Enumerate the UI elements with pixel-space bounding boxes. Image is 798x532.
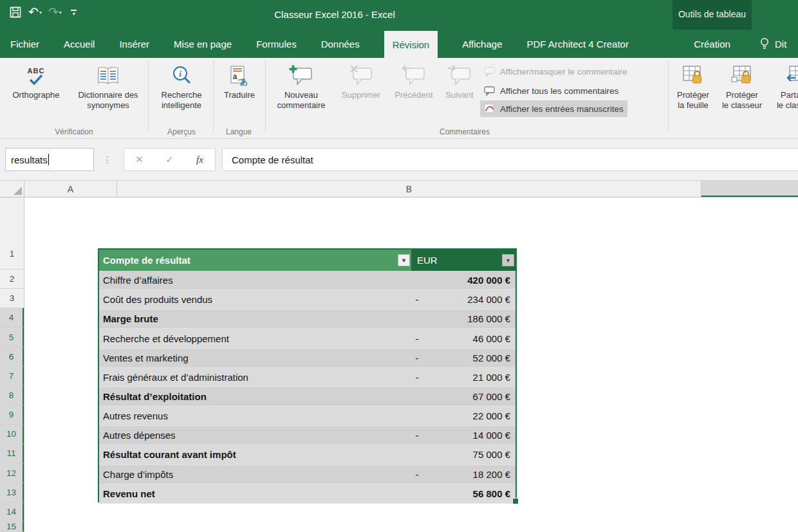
table-cell-amount[interactable]: 420 000 €	[427, 275, 515, 286]
share-workbook-icon	[785, 62, 798, 90]
table-row: Coût des produits vendus-234 000 €	[99, 290, 515, 309]
table-header-currency-cell[interactable]: EUR ▾	[411, 250, 515, 271]
row-header-6[interactable]: 6	[0, 347, 24, 367]
column-header-a[interactable]: A	[24, 181, 117, 197]
new-comment-button[interactable]: Nouveau commentaire	[270, 59, 332, 125]
table-cell-label[interactable]: Recherche et développement	[99, 333, 407, 344]
table-cell-amount[interactable]: 67 000 €	[427, 391, 515, 402]
row-header-2[interactable]: 2	[0, 270, 24, 289]
enter-icon[interactable]: ✓	[160, 154, 180, 165]
column-header-c[interactable]	[701, 181, 798, 197]
table-cell-amount[interactable]: 14 000 €	[427, 430, 515, 441]
table-cell-amount[interactable]: 234 000 €	[427, 294, 515, 305]
table-cell-amount[interactable]: 21 000 €	[427, 372, 515, 383]
cancel-icon[interactable]: ✕	[130, 154, 149, 165]
previous-comment-icon	[401, 62, 427, 90]
table-title: Compte de résultat	[103, 255, 190, 266]
table-cell-label[interactable]: Autres revenus	[99, 410, 407, 421]
table-currency: EUR	[417, 255, 438, 266]
tab-fichier[interactable]: Fichier	[10, 30, 39, 58]
table-cell-label[interactable]: Marge brute	[99, 313, 407, 324]
tab-formules[interactable]: Formules	[256, 30, 297, 58]
select-all-corner[interactable]	[0, 181, 24, 197]
table-cell-amount[interactable]: 52 000 €	[427, 353, 515, 363]
thesaurus-icon	[97, 62, 120, 90]
protect-sheet-button[interactable]: Protéger la feuille	[673, 59, 713, 125]
table-row: Recherche et développement-46 000 €	[99, 329, 515, 348]
row-header-5[interactable]: 5	[0, 327, 24, 347]
name-box-splitter[interactable]: ⋮	[103, 148, 112, 171]
table-cell-label[interactable]: Chiffre d’affaires	[99, 275, 407, 286]
thesaurus-button[interactable]: Dictionnaire des synonymes	[70, 59, 147, 125]
spelling-button[interactable]: ABC Orthographe	[5, 59, 67, 125]
smart-lookup-label: Recherche intelligente	[152, 90, 211, 111]
tab-inserer[interactable]: Insérer	[119, 30, 149, 58]
table-header-title-cell[interactable]: Compte de résultat ▾	[99, 250, 411, 271]
table-header-row: Compte de résultat ▾ EUR ▾	[99, 250, 515, 271]
show-ink-item[interactable]: Afficher les entrées manuscrites	[480, 100, 627, 117]
column-header-b[interactable]: B	[117, 181, 701, 197]
formula-buttons: ✕ ✓ fx	[124, 148, 216, 171]
protect-workbook-button[interactable]: Protéger le classeur	[716, 59, 768, 125]
name-box[interactable]: resultats	[5, 148, 94, 171]
row-header-4[interactable]: 4	[0, 308, 24, 327]
protect-workbook-icon	[730, 62, 754, 90]
filter-dropdown[interactable]: ▾	[398, 254, 410, 266]
tab-mise-en-page[interactable]: Mise en page	[174, 30, 232, 58]
table-cell-amount[interactable]: 186 000 €	[427, 313, 515, 324]
tab-donnees[interactable]: Données	[321, 30, 360, 58]
table-cell-minus[interactable]: -	[407, 353, 427, 363]
row-header-12[interactable]: 12	[0, 464, 24, 483]
tab-creation[interactable]: Création	[673, 30, 752, 58]
table-cell-amount[interactable]: 18 200 €	[427, 469, 515, 480]
fill-handle[interactable]	[512, 498, 519, 504]
translate-button[interactable]: a あ Traduire	[217, 59, 262, 125]
formula-bar-strip: resultats ⋮ ✕ ✓ fx Compte de résultat	[0, 139, 798, 181]
row-header-1[interactable]: 1	[0, 197, 24, 270]
row-header-15[interactable]: 15	[0, 522, 24, 532]
row-header-11[interactable]: 11	[0, 444, 24, 463]
tab-revision[interactable]: Révision	[384, 31, 438, 58]
table-cell-amount[interactable]: 22 000 €	[427, 410, 515, 421]
table-cell-label[interactable]: Charge d’impôts	[99, 469, 407, 480]
table-row: Résultat courant avant impôt75 000 €	[99, 445, 515, 464]
table-cell-label[interactable]: Résultat d’exploitation	[99, 391, 407, 402]
table-cell-label[interactable]: Autres dépenses	[99, 430, 407, 441]
row-header-13[interactable]: 13	[0, 483, 24, 502]
table-cell-label[interactable]: Résultat courant avant impôt	[99, 449, 407, 460]
table-cell-amount[interactable]: 56 800 €	[427, 488, 515, 499]
filter-dropdown[interactable]: ▾	[502, 254, 514, 266]
table-cell-label[interactable]: Ventes et marketing	[99, 353, 407, 363]
row-header-3[interactable]: 3	[0, 289, 24, 308]
share-workbook-button[interactable]: Partager le classeur	[771, 59, 798, 125]
next-comment-icon	[447, 62, 472, 90]
new-comment-label: Nouveau commentaire	[270, 90, 332, 111]
text-cursor	[48, 154, 49, 165]
table-cell-minus[interactable]: -	[407, 430, 427, 441]
row-header-9[interactable]: 9	[0, 405, 24, 425]
tab-affichage[interactable]: Affichage	[462, 30, 502, 58]
formula-input[interactable]: Compte de résultat	[222, 148, 798, 171]
table-cell-label[interactable]: Frais généraux et d’administration	[99, 372, 407, 383]
show-all-comments-icon	[484, 86, 496, 96]
table-cell-amount[interactable]: 46 000 €	[427, 333, 515, 344]
table-cell-minus[interactable]: -	[407, 372, 427, 383]
table-cell-minus[interactable]: -	[407, 469, 427, 480]
tell-me-button[interactable]: Dit	[759, 30, 786, 58]
table-cell-amount[interactable]: 75 000 €	[427, 449, 515, 460]
table-cell-minus[interactable]: -	[407, 333, 427, 344]
row-header-8[interactable]: 8	[0, 386, 24, 405]
name-box-value: resultats	[11, 154, 48, 165]
insert-function-icon[interactable]: fx	[190, 154, 210, 165]
smart-lookup-button[interactable]: i Recherche intelligente	[152, 59, 211, 125]
ribbon: ABC Orthographe Dictionnaire des synonym…	[0, 58, 798, 139]
table-cell-minus[interactable]: -	[407, 294, 427, 305]
table-cell-label[interactable]: Coût des produits vendus	[99, 294, 407, 305]
row-header-14[interactable]: 14	[0, 502, 24, 522]
tab-pdf-architect[interactable]: PDF Architect 4 Creator	[527, 30, 629, 58]
row-header-10[interactable]: 10	[0, 425, 24, 444]
table-cell-label[interactable]: Revenu net	[99, 488, 407, 499]
show-all-comments-item[interactable]: Afficher tous les commentaires	[480, 82, 622, 99]
tab-accueil[interactable]: Accueil	[64, 30, 95, 58]
row-header-7[interactable]: 7	[0, 367, 24, 386]
